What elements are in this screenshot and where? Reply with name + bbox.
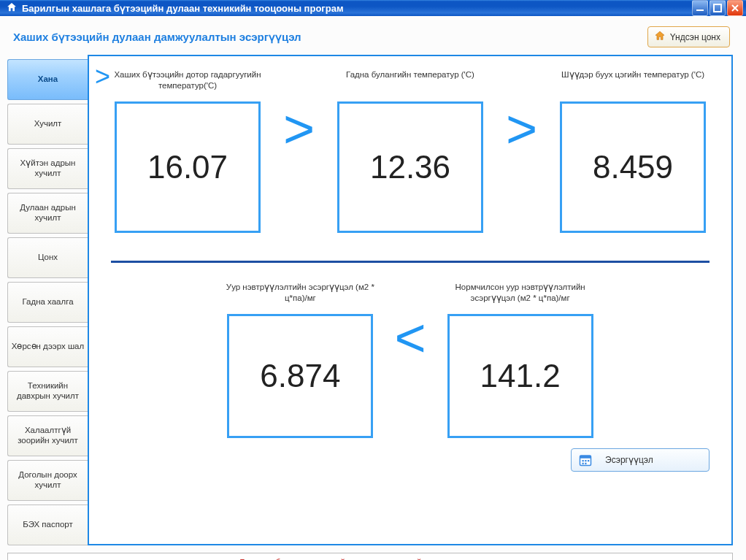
- sidebar-item-ceiling[interactable]: Хучилт: [7, 104, 88, 145]
- label-corner-temp: Гадна булангийн температур ('C): [346, 69, 474, 97]
- action-area: Эсэргүүцэл: [111, 448, 710, 472]
- svg-rect-6: [588, 460, 589, 461]
- sidebar-item-warm-attic[interactable]: Дулаан адрын хучилт: [7, 193, 88, 234]
- titlebar: Барилгын хашлага бүтээцийн дулаан техник…: [0, 0, 746, 16]
- comparator-lt: <: [394, 311, 426, 409]
- window-title: Барилгын хашлага бүтээцийн дулаан техник…: [22, 3, 344, 14]
- window-controls: [692, 0, 743, 16]
- home-icon: [654, 30, 666, 44]
- svg-rect-1: [714, 4, 721, 12]
- label-dew-temp: Шүүдэр буух цэгийн температур ('C): [561, 69, 704, 97]
- sidebar-item-recess[interactable]: Доголын доорх хучилт: [7, 460, 88, 501]
- header-row: Хаших бүтээцийн дулаан дамжуулалтын эсэр…: [7, 23, 733, 55]
- sidebar: Хана Хучилт Хүйтэн адрын хучилт Дулаан а…: [7, 55, 88, 545]
- resistance-button[interactable]: Эсэргүүцэл: [571, 448, 710, 472]
- status-bar: Барилга болон, зохиогчийн талаарх ерөнхи…: [7, 553, 733, 560]
- block-dew-temp: Шүүдэр буух цэгийн температур ('C) 8.459: [556, 69, 710, 233]
- label-norm-vapor-resistance: Нормчилсон уур нэвтрүүлэлтийн эсэргүүцэл…: [444, 282, 597, 310]
- page-title: Хаших бүтээцийн дулаан дамжуулалтын эсэр…: [13, 31, 301, 44]
- sidebar-item-cold-attic[interactable]: Хүйтэн адрын хучилт: [7, 148, 88, 189]
- svg-rect-4: [582, 460, 584, 461]
- home-button-label: Үндсэн цонх: [670, 32, 720, 42]
- label-inner-surface-temp: Хаших бүтээцийн дотор гадаргуугийн темпе…: [111, 69, 264, 97]
- sidebar-item-passport[interactable]: БЭХ паспорт: [7, 505, 88, 545]
- block-corner-temp: Гадна булангийн температур ('C) 12.36: [334, 69, 487, 233]
- comparator-gt-1: >: [283, 102, 315, 200]
- temperature-row: Хаших бүтээцийн дотор гадаргуугийн темпе…: [111, 69, 710, 233]
- comparator-gt-2: >: [506, 102, 537, 200]
- maximize-button[interactable]: [710, 0, 726, 16]
- value-dew-temp: 8.459: [560, 101, 706, 233]
- vapor-row: Уур нэвтрүүлэлтийн эсэргүүцэл (м2 * ц*па…: [111, 282, 710, 438]
- svg-rect-8: [585, 463, 586, 464]
- block-norm-vapor-resistance: Нормчилсон уур нэвтрүүлэлтийн эсэргүүцэл…: [444, 282, 597, 438]
- app-window: Барилгын хашлага бүтээцийн дулаан техник…: [0, 0, 746, 560]
- block-vapor-resistance: Уур нэвтрүүлэлтийн эсэргүүцэл (м2 * ц*па…: [223, 282, 377, 438]
- block-inner-surface-temp: Хаших бүтээцийн дотор гадаргуугийн темпе…: [111, 69, 264, 233]
- chevron-right-icon: >: [95, 64, 110, 90]
- close-button[interactable]: [727, 0, 743, 16]
- sidebar-item-wall[interactable]: Хана: [7, 59, 88, 100]
- body-row: Хана Хучилт Хүйтэн адрын хучилт Дулаан а…: [7, 55, 733, 545]
- sidebar-item-unheated-basement[interactable]: Халаалтгүй зоорийн хучилт: [7, 415, 88, 456]
- home-icon: [6, 1, 18, 15]
- calendar-icon: [579, 453, 592, 467]
- minimize-button[interactable]: [692, 0, 708, 16]
- sidebar-item-window[interactable]: Цонх: [7, 237, 88, 278]
- sidebar-item-tech-floor[interactable]: Техникийн давхрын хучилт: [7, 371, 88, 412]
- divider: [111, 261, 710, 263]
- home-button[interactable]: Үндсэн цонх: [647, 26, 730, 47]
- value-inner-surface-temp: 16.07: [115, 101, 261, 233]
- svg-rect-7: [582, 463, 584, 464]
- svg-rect-5: [585, 460, 586, 461]
- sidebar-item-ext-door[interactable]: Гадна хаалга: [7, 282, 88, 323]
- content-area: Хаших бүтээцийн дулаан дамжуулалтын эсэр…: [0, 16, 746, 560]
- svg-rect-3: [580, 456, 591, 459]
- sidebar-item-ground-floor[interactable]: Хөрсөн дээрх шал: [7, 326, 88, 367]
- value-vapor-resistance: 6.874: [227, 314, 373, 438]
- value-norm-vapor-resistance: 141.2: [447, 314, 593, 438]
- resistance-button-label: Эсэргүүцэл: [605, 455, 653, 465]
- label-vapor-resistance: Уур нэвтрүүлэлтийн эсэргүүцэл (м2 * ц*па…: [223, 282, 377, 310]
- value-corner-temp: 12.36: [337, 101, 483, 233]
- svg-rect-0: [696, 9, 704, 11]
- main-panel: > Хаших бүтээцийн дотор гадаргуугийн тем…: [88, 55, 733, 545]
